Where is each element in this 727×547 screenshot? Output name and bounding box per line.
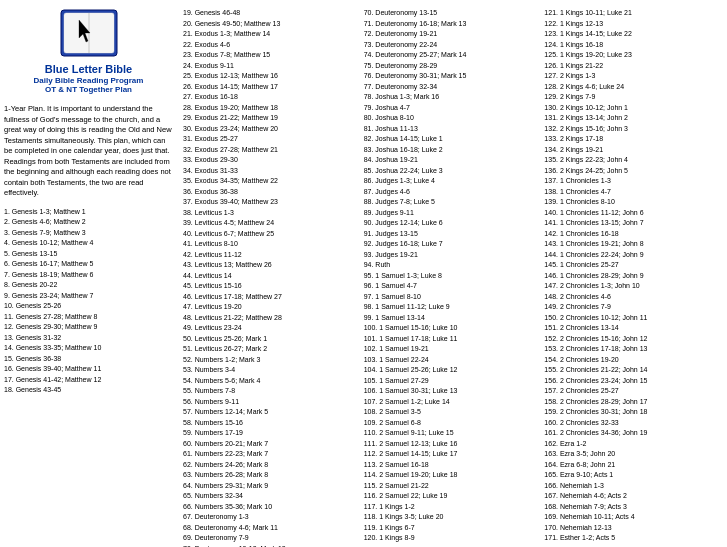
list-item: 70. Deuteronomy 13-15: [364, 8, 543, 19]
list-item: 76. Deuteronomy 30-31; Mark 15: [364, 71, 543, 82]
list-item: 169. Nehemiah 10-11; Acts 4: [544, 512, 723, 523]
list-item: 69. Deuteronomy 7-9: [183, 533, 362, 544]
list-item: 100. 1 Samuel 15-16; Luke 10: [364, 323, 543, 334]
list-item: 47. Leviticus 19-20: [183, 302, 362, 313]
list-item: 108. 2 Samuel 3-5: [364, 407, 543, 418]
list-item: 167. Nehemiah 4-6; Acts 2: [544, 491, 723, 502]
sidebar-description: 1-Year Plan. It is important to understa…: [4, 104, 173, 199]
columns-area: 19. Genesis 46-4820. Genesis 49-50; Matt…: [183, 8, 723, 547]
list-item: 37. Exodus 39-40; Matthew 23: [183, 197, 362, 208]
list-item: 66. Numbers 35-36; Mark 10: [183, 502, 362, 513]
list-item: 115. 2 Samuel 21-22: [364, 481, 543, 492]
list-item: 121. 1 Kings 10-11; Luke 21: [544, 8, 723, 19]
list-item: 65. Numbers 32-34: [183, 491, 362, 502]
list-item: 12. Genesis 29-30; Matthew 9: [4, 322, 173, 333]
list-item: 61. Numbers 22-23; Mark 7: [183, 449, 362, 460]
list-item: 40. Leviticus 6-7; Matthew 25: [183, 229, 362, 240]
list-item: 32. Exodus 27-28; Matthew 21: [183, 145, 362, 156]
list-item: 15. Genesis 36-38: [4, 354, 173, 365]
list-item: 5. Genesis 13-15: [4, 249, 173, 260]
list-item: 28. Exodus 19-20; Matthew 18: [183, 103, 362, 114]
list-item: 63. Numbers 26-28; Mark 8: [183, 470, 362, 481]
list-item: 138. 1 Chronicles 4-7: [544, 187, 723, 198]
list-item: 74. Deuteronomy 25-27; Mark 14: [364, 50, 543, 61]
list-item: 83. Joshua 16-18; Luke 2: [364, 145, 543, 156]
list-item: 162. Ezra 1-2: [544, 439, 723, 450]
list-item: 6. Genesis 16-17; Matthew 5: [4, 259, 173, 270]
list-item: 7. Genesis 18-19; Matthew 6: [4, 270, 173, 281]
list-item: 93. Judges 19-21: [364, 250, 543, 261]
list-item: 90. Judges 12-14; Luke 6: [364, 218, 543, 229]
list-item: 98. 1 Samuel 11-12; Luke 9: [364, 302, 543, 313]
list-item: 33. Exodus 29-30: [183, 155, 362, 166]
list-item: 160. 2 Chronicles 32-33: [544, 418, 723, 429]
list-item: 144. 1 Chronicles 22-24; John 9: [544, 250, 723, 261]
list-item: 39. Leviticus 4-5; Matthew 24: [183, 218, 362, 229]
list-item: 72. Deuteronomy 19-21: [364, 29, 543, 40]
list-item: 163. Ezra 3-5; John 20: [544, 449, 723, 460]
list-item: 158. 2 Chronicles 28-29; John 17: [544, 397, 723, 408]
list-item: 45. Leviticus 15-16: [183, 281, 362, 292]
list-item: 104. 1 Samuel 25-26; Luke 12: [364, 365, 543, 376]
list-item: 130. 2 Kings 10-12; John 1: [544, 103, 723, 114]
list-item: 88. Judges 7-8; Luke 5: [364, 197, 543, 208]
app-subtitle: Daily Bible Reading Program: [34, 76, 144, 85]
list-item: 122. 1 Kings 12-13: [544, 19, 723, 30]
list-item: 57. Numbers 12-14; Mark 5: [183, 407, 362, 418]
list-item: 140. 1 Chronicles 11-12; John 6: [544, 208, 723, 219]
list-item: 64. Numbers 29-31; Mark 9: [183, 481, 362, 492]
list-item: 150. 2 Chronicles 10-12; John 11: [544, 313, 723, 324]
list-item: 119. 1 Kings 6-7: [364, 523, 543, 534]
list-item: 20. Genesis 49-50; Matthew 13: [183, 19, 362, 30]
list-item: 102. 1 Samuel 19-21: [364, 344, 543, 355]
list-item: 99. 1 Samuel 13-14: [364, 313, 543, 324]
list-item: 148. 2 Chronicles 4-6: [544, 292, 723, 303]
list-item: 97. 1 Samuel 8-10: [364, 292, 543, 303]
list-item: 132. 2 Kings 15-16; John 3: [544, 124, 723, 135]
list-item: 85. Joshua 22-24; Luke 3: [364, 166, 543, 177]
list-item: 135. 2 Kings 22-23; John 4: [544, 155, 723, 166]
list-item: 75. Deuteronomy 28-29: [364, 61, 543, 72]
list-item: 116. 2 Samuel 22; Luke 19: [364, 491, 543, 502]
list-item: 133. 2 Kings 17-18: [544, 134, 723, 145]
list-item: 110. 2 Samuel 9-11; Luke 15: [364, 428, 543, 439]
list-item: 22. Exodus 4-6: [183, 40, 362, 51]
list-item: 34. Exodus 31-33: [183, 166, 362, 177]
list-item: 56. Numbers 9-11: [183, 397, 362, 408]
list-item: 131. 2 Kings 13-14; John 2: [544, 113, 723, 124]
list-item: 107. 2 Samuel 1-2; Luke 14: [364, 397, 543, 408]
list-item: 87. Judges 4-6: [364, 187, 543, 198]
list-item: 125. 1 Kings 19-20; Luke 23: [544, 50, 723, 61]
list-item: 73. Deuteronomy 22-24: [364, 40, 543, 51]
list-item: 55. Numbers 7-8: [183, 386, 362, 397]
app-title: Blue Letter Bible: [45, 62, 132, 76]
list-item: 152. 2 Chronicles 15-16; John 12: [544, 334, 723, 345]
list-item: 117. 1 Kings 1-2: [364, 502, 543, 513]
list-item: 78. Joshua 1-3; Mark 16: [364, 92, 543, 103]
list-item: 41. Leviticus 8-10: [183, 239, 362, 250]
list-item: 16. Genesis 39-40; Matthew 11: [4, 364, 173, 375]
list-item: 23. Exodus 7-8; Matthew 15: [183, 50, 362, 61]
list-item: 67. Deuteronomy 1-3: [183, 512, 362, 523]
list-item: 82. Joshua 14-15; Luke 1: [364, 134, 543, 145]
list-item: 94. Ruth: [364, 260, 543, 271]
list-item: 46. Leviticus 17-18; Matthew 27: [183, 292, 362, 303]
column-3: 121. 1 Kings 10-11; Luke 21122. 1 Kings …: [544, 8, 723, 547]
list-item: 141. 1 Chronicles 13-15; John 7: [544, 218, 723, 229]
list-item: 3. Genesis 7-9; Matthew 3: [4, 228, 173, 239]
list-item: 137. 1 Chronicles 1-3: [544, 176, 723, 187]
list-item: 84. Joshua 19-21: [364, 155, 543, 166]
list-item: 101. 1 Samuel 17-18; Luke 11: [364, 334, 543, 345]
list-item: 14. Genesis 33-35; Matthew 10: [4, 343, 173, 354]
list-item: 58. Numbers 15-16: [183, 418, 362, 429]
list-item: 171. Esther 1-2; Acts 5: [544, 533, 723, 544]
list-item: 52. Numbers 1-2; Mark 3: [183, 355, 362, 366]
list-item: 38. Leviticus 1-3: [183, 208, 362, 219]
list-item: 120. 1 Kings 8-9: [364, 533, 543, 544]
list-item: 136. 2 Kings 24-25; John 5: [544, 166, 723, 177]
list-item: 19. Genesis 46-48: [183, 8, 362, 19]
list-item: 42. Leviticus 11-12: [183, 250, 362, 261]
list-item: 106. 1 Samuel 30-31; Luke 13: [364, 386, 543, 397]
list-item: 18. Genesis 43-45: [4, 385, 173, 396]
list-item: 17. Genesis 41-42; Matthew 12: [4, 375, 173, 386]
